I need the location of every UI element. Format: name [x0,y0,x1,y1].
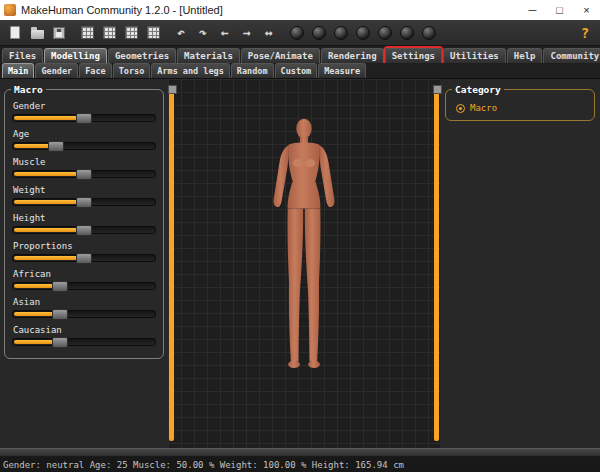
category-options: Macro [453,101,587,115]
viewport-3d[interactable] [168,79,440,448]
help-icon: ? [581,26,589,40]
left-panel: Macro GenderAgeMuscleWeightHeightProport… [0,79,168,448]
slider-label: Muscle [13,157,156,168]
human-model[interactable] [250,115,359,387]
slider-track-african[interactable] [12,282,156,290]
slider-label: Height [13,213,156,224]
slider-handle[interactable] [76,113,92,124]
menu-tab-pose-animate[interactable]: Pose/Animate [241,48,320,63]
status-text: Gender: neutral Age: 25 Muscle: 50.00 % … [3,460,404,470]
view-top-icon [378,26,392,40]
category-title: Category [452,84,504,95]
mesh-wireframe-button[interactable] [76,22,98,44]
new-document-icon [10,26,20,39]
undo-icon: ↶ [177,26,185,39]
menu-tab-rendering[interactable]: Rendering [321,48,384,63]
slider-track-height[interactable] [12,226,156,234]
macro-groupbox: Macro GenderAgeMuscleWeightHeightProport… [4,89,164,359]
view-back-icon [312,26,326,40]
slider-fill [14,200,85,204]
close-button[interactable]: × [573,0,600,20]
slider-handle[interactable] [76,253,92,264]
sub-tab-gender[interactable]: Gender [35,63,78,78]
slider-track-proportions[interactable] [12,254,156,262]
load-file-icon [31,30,44,39]
sub-tab-random[interactable]: Random [231,63,274,78]
slider-track-caucasian[interactable] [12,338,156,346]
sub-tab-custom[interactable]: Custom [275,63,318,78]
makehuman-window: MakeHuman Community 1.2.0 - [Untitled] ─… [0,0,600,472]
save-file-button[interactable] [48,22,70,44]
slider-handle[interactable] [76,197,92,208]
sub-tab-arms-and-legs[interactable]: Arms and legs [151,63,230,78]
menu-tab-community[interactable]: Community [543,48,600,63]
symmetry-mirror-button[interactable]: ↔ [258,22,280,44]
help-button[interactable]: ? [574,22,596,44]
slider-fill [14,256,85,260]
view-left-button[interactable] [330,22,352,44]
slider-track-asian[interactable] [12,310,156,318]
viewport-left-scrollbar[interactable] [169,86,174,441]
maximize-button[interactable]: □ [546,0,573,20]
menu-tabs: FilesModellingGeometriesMaterialsPose/An… [0,46,600,63]
slider-handle[interactable] [52,337,68,348]
menu-tab-materials[interactable]: Materials [177,48,240,63]
sub-tab-measure[interactable]: Measure [318,63,366,78]
minimize-button[interactable]: ─ [519,0,546,20]
slider-handle[interactable] [76,225,92,236]
slider-asian: Asian [12,297,156,318]
slider-label: African [13,269,156,280]
slider-handle[interactable] [48,141,64,152]
human-body-shape [273,119,334,368]
view-left-icon [334,26,348,40]
undo-button[interactable]: ↶ [170,22,192,44]
slider-track-age[interactable] [12,142,156,150]
load-file-button[interactable] [26,22,48,44]
radio-option-macro[interactable]: Macro [453,101,587,115]
symmetry-right-icon: → [243,26,251,39]
slider-label: Caucasian [13,325,156,336]
redo-button[interactable]: ↷ [192,22,214,44]
slider-label: Asian [13,297,156,308]
mesh-grid-toggle-icon [147,26,160,39]
title-bar: MakeHuman Community 1.2.0 - [Untitled] ─… [0,0,600,20]
slider-label: Weight [13,185,156,196]
mesh-smooth-icon [103,26,116,39]
slider-handle[interactable] [52,309,68,320]
window-title: MakeHuman Community 1.2.0 - [Untitled] [21,4,223,16]
mesh-smooth-button[interactable] [98,22,120,44]
slider-track-gender[interactable] [12,114,156,122]
view-bottom-button[interactable] [396,22,418,44]
menu-tab-help[interactable]: Help [507,48,543,63]
menu-tab-settings[interactable]: Settings [385,48,442,63]
menu-tab-geometries[interactable]: Geometries [108,48,176,63]
mesh-subdivide-button[interactable] [120,22,142,44]
menu-tab-files[interactable]: Files [2,48,43,63]
symmetry-left-button[interactable]: ← [214,22,236,44]
sub-tab-torso[interactable]: Torso [113,63,151,78]
slider-track-weight[interactable] [12,198,156,206]
sub-tab-face[interactable]: Face [79,63,111,78]
menu-tab-modelling[interactable]: Modelling [44,48,107,63]
view-front-button[interactable] [286,22,308,44]
symmetry-right-button[interactable]: → [236,22,258,44]
slider-track-muscle[interactable] [12,170,156,178]
slider-fill [14,116,85,120]
view-right-button[interactable] [352,22,374,44]
view-front-icon [290,26,304,40]
main-content: Macro GenderAgeMuscleWeightHeightProport… [0,79,600,448]
view-back-button[interactable] [308,22,330,44]
symmetry-left-icon: ← [221,26,229,39]
slider-handle[interactable] [52,281,68,292]
toolbar: ↶↷←→↔? [0,20,600,46]
view-top-button[interactable] [374,22,396,44]
sub-tab-main[interactable]: Main [2,63,34,78]
viewport-right-scrollbar[interactable] [434,86,439,441]
menu-tab-utilities[interactable]: Utilities [443,48,506,63]
mesh-grid-toggle-button[interactable] [142,22,164,44]
slider-fill [14,172,85,176]
slider-handle[interactable] [76,169,92,180]
view-perspective-button[interactable] [418,22,440,44]
new-document-button[interactable] [4,22,26,44]
horizontal-scrollbar[interactable] [0,448,600,457]
